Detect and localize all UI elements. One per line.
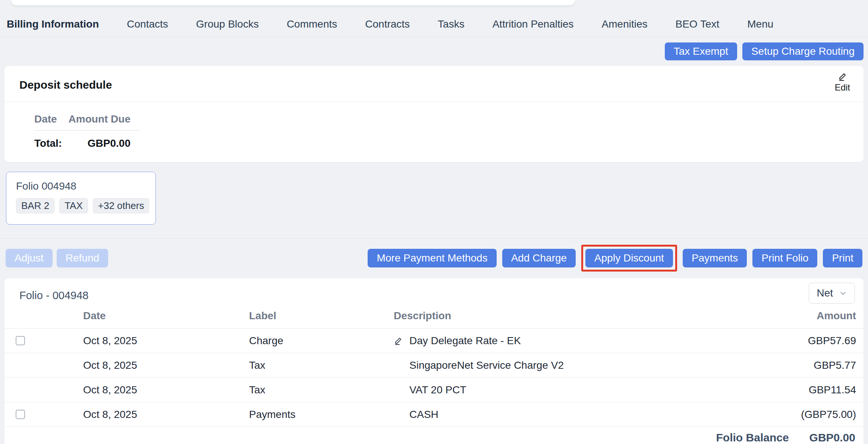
tab-tasks[interactable]: Tasks: [438, 18, 465, 30]
payments-button[interactable]: Payments: [683, 249, 747, 267]
rate-tag: BAR 2: [16, 198, 54, 213]
adjust-button[interactable]: Adjust: [6, 249, 53, 267]
print-button[interactable]: Print: [823, 249, 862, 267]
row-date: Oct 8, 2025: [83, 409, 249, 421]
deposit-schedule-body: Date Amount Due Total: GBP0.00: [4, 102, 864, 162]
folio-balance-value: GBP0.00: [809, 431, 855, 444]
folio-actions-right: More Payment Methods Add Charge Apply Di…: [368, 245, 862, 272]
add-charge-button[interactable]: Add Charge: [502, 249, 576, 267]
table-row-tax: Oct 8, 2025 Tax SingaporeNet Service Cha…: [4, 353, 864, 378]
folio-table-title: Folio - 004948: [19, 289, 88, 302]
row-date: Oct 8, 2025: [83, 359, 249, 371]
print-folio-button[interactable]: Print Folio: [752, 249, 817, 267]
billing-information-page: Billing Information Contacts Group Block…: [0, 0, 868, 444]
tab-menu[interactable]: Menu: [747, 18, 773, 30]
more-payment-methods-button[interactable]: More Payment Methods: [368, 249, 496, 267]
net-gross-dropdown[interactable]: Net: [809, 283, 855, 304]
row-label: Tax: [249, 384, 394, 396]
deposit-col-amount-due: Amount Due: [69, 113, 130, 125]
column-header-label: Label: [249, 310, 394, 322]
deposit-schedule-header: Deposit schedule Edit: [4, 66, 864, 102]
row-checkbox[interactable]: [16, 336, 25, 345]
scrolled-card-edge: [11, 0, 575, 5]
deposit-total-label: Total:: [34, 137, 62, 149]
folio-actions-left: Adjust Refund: [6, 249, 108, 267]
folio-selector-tags: BAR 2 TAX +32 others: [16, 198, 146, 213]
column-header-date: Date: [83, 310, 249, 322]
edit-charge-pencil-icon[interactable]: [394, 336, 409, 345]
table-row-charge: Oct 8, 2025 Charge Day Delegate Rate - E…: [4, 329, 864, 353]
folio-table-column-headers: Date Label Description Amount: [4, 304, 864, 329]
column-header-description: Description: [394, 310, 752, 322]
row-amount: GBP57.69: [752, 335, 864, 347]
row-description: Day Delegate Rate - EK: [409, 335, 521, 347]
row-date: Oct 8, 2025: [83, 384, 249, 396]
edit-label: Edit: [835, 82, 850, 93]
tab-attrition-penalties[interactable]: Attrition Penalties: [493, 18, 574, 30]
tab-billing-information[interactable]: Billing Information: [7, 18, 99, 30]
table-row-payment: Oct 8, 2025 Payments CASH (GBP75.00): [4, 402, 864, 427]
tab-group-blocks[interactable]: Group Blocks: [196, 18, 259, 30]
deposit-schedule-title: Deposit schedule: [19, 79, 851, 91]
section-divider: [0, 238, 868, 239]
folio-actions-bar: Adjust Refund More Payment Methods Add C…: [0, 245, 868, 272]
more-tags-badge[interactable]: +32 others: [93, 198, 150, 213]
row-label: Charge: [249, 335, 394, 347]
tab-contracts[interactable]: Contracts: [365, 18, 410, 30]
apply-discount-button[interactable]: Apply Discount: [585, 249, 673, 267]
folio-table-card: Folio - 004948 Net Date Label Descriptio…: [4, 278, 864, 444]
apply-discount-highlight-box: Apply Discount: [581, 245, 677, 272]
header-actions: Tax Exempt Setup Charge Routing: [0, 37, 868, 60]
tab-bar: Billing Information Contacts Group Block…: [0, 0, 868, 37]
deposit-edit-button[interactable]: Edit: [835, 72, 850, 93]
tab-amenities[interactable]: Amenities: [602, 18, 648, 30]
edit-pencil-icon: [838, 72, 847, 81]
row-label: Payments: [249, 409, 394, 421]
deposit-total-value: GBP0.00: [88, 137, 130, 149]
deposit-schedule-table: Date Amount Due Total: GBP0.00: [34, 113, 139, 149]
tab-comments[interactable]: Comments: [287, 18, 337, 30]
row-description: VAT 20 PCT: [409, 384, 466, 396]
deposit-col-date: Date: [34, 113, 57, 125]
setup-charge-routing-button[interactable]: Setup Charge Routing: [742, 42, 864, 60]
tab-beo-text[interactable]: BEO Text: [676, 18, 720, 30]
row-amount: (GBP75.00): [752, 409, 864, 421]
folio-balance-row: Folio Balance GBP0.00: [4, 427, 864, 444]
row-amount: GBP11.54: [752, 384, 864, 396]
tab-contacts[interactable]: Contacts: [127, 18, 168, 30]
column-header-amount: Amount: [752, 310, 864, 322]
row-amount: GBP5.77: [752, 359, 864, 371]
folio-table-header: Folio - 004948 Net: [4, 278, 864, 304]
deposit-schedule-card: Deposit schedule Edit Date Amount Due: [4, 66, 864, 162]
row-description: SingaporeNet Service Charge V2: [409, 359, 564, 371]
deposit-total-row: Total: GBP0.00: [34, 137, 139, 149]
row-label: Tax: [249, 359, 394, 371]
refund-button[interactable]: Refund: [57, 249, 108, 267]
table-row-tax: Oct 8, 2025 Tax VAT 20 PCT GBP11.54: [4, 378, 864, 402]
chevron-down-icon: [839, 289, 847, 297]
row-date: Oct 8, 2025: [83, 335, 249, 347]
folio-selector-card[interactable]: Folio 004948 BAR 2 TAX +32 others: [6, 172, 156, 225]
folio-selector-title: Folio 004948: [16, 180, 146, 192]
folio-balance-label: Folio Balance: [716, 431, 789, 444]
rate-tag: TAX: [59, 198, 88, 213]
row-checkbox[interactable]: [16, 410, 25, 419]
tax-exempt-button[interactable]: Tax Exempt: [665, 42, 737, 60]
deposit-table-header: Date Amount Due: [34, 113, 139, 131]
net-dropdown-value: Net: [817, 287, 833, 299]
row-description: CASH: [409, 409, 438, 421]
